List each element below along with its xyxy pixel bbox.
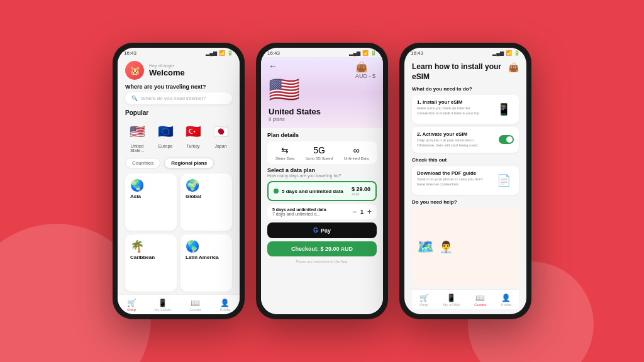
welcome-title: Welcome — [149, 68, 185, 77]
popular-label: Popular — [118, 108, 240, 118]
qty-plus-btn[interactable]: + — [367, 207, 372, 216]
flag-eu[interactable]: 🇪🇺 Europe — [154, 120, 177, 153]
p3-body: Learn how to install your eSIM 👜 What do… — [404, 57, 526, 314]
p3-toggle-icon — [499, 135, 514, 144]
status-icons-3: ▂▄▆ 📶 🔋 — [492, 50, 520, 56]
tab-regional[interactable]: Regional plans — [164, 158, 214, 168]
battery-icon-2: 🔋 — [370, 50, 377, 56]
nav-profile-1[interactable]: 👤 Profile — [219, 299, 230, 312]
nav-profile-label-3: Profile — [501, 303, 511, 307]
nav-shop-label-1: Shop — [127, 308, 136, 312]
qty-minus-btn[interactable]: − — [352, 207, 357, 216]
nav-guides-3[interactable]: 📖 Guides — [474, 293, 486, 307]
nav-guides-label-3: Guides — [474, 303, 486, 307]
guides-icon-1: 📖 — [191, 299, 200, 307]
phone-1: 16:43 ▂▄▆ 📶 🔋 🐹 Hey stranger Welcome Whe… — [113, 43, 245, 319]
phone-3: 16:43 ▂▄▆ 📶 🔋 Learn how to install your … — [399, 43, 531, 319]
wifi-icon-2: 📶 — [362, 50, 369, 56]
feature-share: ⇆ Share Data — [275, 145, 294, 160]
p3-step2-desc: Only activate it at your destination. Ot… — [417, 138, 494, 148]
region-caribbean[interactable]: 🌴 Caribbean — [125, 234, 177, 292]
p3-download-desc: Save it on your phone in case you don't … — [417, 177, 489, 187]
p3-step1-icon: 📱 — [494, 99, 514, 119]
nav-profile-label-1: Profile — [219, 308, 230, 312]
p2-country-name: United States — [269, 107, 321, 116]
p1-welcome-header: 🐹 Hey stranger Welcome — [118, 57, 240, 82]
esims-icon-3: 📱 — [447, 293, 456, 302]
flag-label-jp: Japan — [214, 144, 226, 148]
profile-icon-1: 👤 — [220, 299, 230, 307]
bottom-nav-1: 🛒 Shop 📱 My eSIMs 📖 Guides 👤 Profile — [118, 294, 240, 314]
plan-name-selected: 5 days and unlimited data — [274, 189, 343, 194]
status-icons-2: ▂▄▆ 📶 🔋 — [349, 50, 377, 56]
travel-label: Where are you traveling next? — [118, 82, 240, 91]
flag-jp[interactable]: 🇯🇵 Japan — [209, 120, 232, 153]
p3-step2-title: 2. Activate your eSIM — [417, 131, 494, 137]
flag-us[interactable]: 🇺🇸 United State... — [125, 120, 149, 153]
status-icons-1: ▂▄▆ 📶 🔋 — [206, 50, 233, 56]
shop-icon-1: 🛒 — [127, 299, 136, 307]
profile-icon-3: 👤 — [501, 293, 511, 302]
p1-search-box[interactable]: 🔍 Where do you need internet? — [125, 92, 232, 104]
signal-icon-2: ▂▄▆ — [349, 50, 360, 56]
flag-circle-tr: 🇹🇷 — [182, 120, 204, 143]
feature-unlimited-label: Unlimited Data — [344, 156, 369, 160]
flag-tr[interactable]: 🇹🇷 Turkey — [182, 120, 204, 153]
phone-3-status-bar: 16:43 ▂▄▆ 📶 🔋 — [404, 48, 526, 57]
p3-help-card[interactable]: 🗺️ 👨‍💼 — [412, 208, 519, 286]
gpay-button[interactable]: G Pay — [267, 222, 377, 238]
esims-icon-1: 📱 — [158, 299, 167, 307]
region-name-global: Global — [186, 194, 201, 199]
flag-circle-eu: 🇪🇺 — [154, 120, 177, 143]
region-global[interactable]: 🌍 Global — [180, 173, 232, 231]
battery-icon-3: 🔋 — [514, 50, 520, 56]
bottom-nav-3: 🛒 Shop 📱 My eSIMs 📖 Guides 👤 Profile — [412, 289, 519, 309]
tab-countries[interactable]: Countries — [125, 158, 160, 168]
phone-1-screen: 16:43 ▂▄▆ 📶 🔋 🐹 Hey stranger Welcome Whe… — [118, 48, 240, 314]
plan-row2: 5 days and unlimited data 7 days and unl… — [267, 204, 377, 219]
p3-step2-text: 2. Activate your eSIM Only activate it a… — [417, 131, 494, 148]
greeting-text: Hey stranger — [149, 63, 185, 68]
nav-profile-3[interactable]: 👤 Profile — [501, 293, 511, 307]
battery-icon: 🔋 — [227, 50, 233, 56]
flag-label-eu: Europe — [158, 144, 173, 148]
wifi-icon: 📶 — [219, 50, 225, 56]
gpay-g-icon: G — [313, 227, 318, 234]
nav-esims-1[interactable]: 📱 My eSIMs — [155, 299, 172, 312]
share-icon: ⇆ — [281, 145, 289, 155]
region-icon-latam: 🌎 — [186, 239, 199, 253]
region-icon-caribbean: 🌴 — [130, 239, 144, 253]
region-asia[interactable]: 🌏 Asia — [125, 173, 177, 231]
flag-circle-us: 🇺🇸 — [126, 120, 148, 143]
checkout-button[interactable]: Checkout: $ 29.00 AUD — [267, 241, 377, 256]
plan-row2-name: 5 days and unlimited data 7 days and unl… — [272, 207, 326, 216]
select-plan-sub: How many days are you traveling for? — [267, 173, 377, 178]
phone-2-status-bar: 16:43 ▂▄▆ 📶 🔋 — [261, 48, 383, 57]
p2-back-btn[interactable]: ← — [269, 61, 321, 71]
p2-body: Plan details ⇆ Share Data 5G Up to 5G Sp… — [261, 128, 383, 314]
p3-section3: Do you need help? — [412, 199, 519, 205]
p3-section1: What do you need to do? — [412, 86, 519, 92]
gpay-label: Pay — [321, 228, 331, 234]
p3-step1-desc: Make sure you have an internet connectio… — [417, 106, 489, 116]
nav-shop-1[interactable]: 🛒 Shop — [127, 299, 136, 312]
nav-esims-3[interactable]: 📱 My eSIMs — [443, 293, 460, 307]
flag-label-tr: Turkey — [186, 144, 199, 148]
region-name-asia: Asia — [130, 194, 141, 199]
guides-icon-3: 📖 — [475, 293, 485, 302]
plan-price-selected: $ 29.00 AUD — [352, 186, 370, 196]
phone-2-screen: 16:43 ▂▄▆ 📶 🔋 ← 🇺🇸 United States 8 plans — [261, 48, 383, 314]
plan-option-selected[interactable]: 5 days and unlimited data $ 29.00 AUD — [267, 181, 377, 201]
search-icon: 🔍 — [131, 96, 138, 101]
search-placeholder: Where do you need internet? — [141, 96, 206, 101]
region-latam[interactable]: 🌎 Latin America — [180, 234, 232, 292]
nav-guides-1[interactable]: 📖 Guides — [189, 299, 201, 312]
nav-shop-3[interactable]: 🛒 Shop — [419, 293, 429, 307]
feature-5g-label: Up to 5G Speed — [306, 156, 333, 160]
p3-download-title: Download the PDF guide — [417, 170, 489, 176]
p3-download-card[interactable]: Download the PDF guide Save it on your p… — [412, 166, 519, 195]
plan-price-value: $ 29.00 — [352, 186, 370, 192]
status-time-3: 16:43 — [411, 50, 423, 56]
feature-5g: 5G Up to 5G Speed — [306, 145, 333, 160]
p3-bag-icon: 👜 — [508, 62, 519, 72]
